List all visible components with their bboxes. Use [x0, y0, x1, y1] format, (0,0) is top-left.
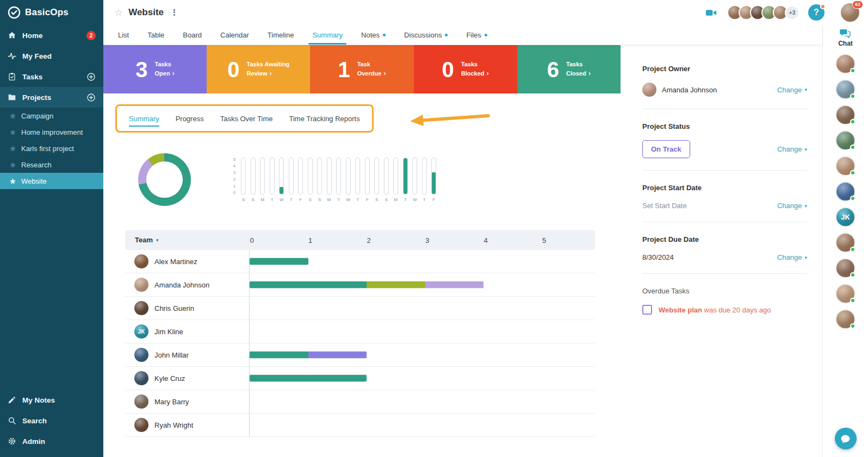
help-button[interactable]: ? — [808, 4, 824, 21]
sidebar-item-label: My Feed — [22, 52, 52, 60]
project-status-section: Project Status On Track Change ▾ — [642, 122, 807, 171]
tasks-icon — [8, 72, 16, 81]
tab-timeline[interactable]: Timeline — [258, 25, 303, 45]
day-label: S — [251, 197, 254, 202]
sidebar-item-projects[interactable]: Projects — [0, 87, 103, 108]
video-call-icon[interactable] — [705, 7, 717, 19]
day-label: S — [375, 197, 378, 202]
chat-contact[interactable] — [835, 54, 855, 74]
chevron-right-icon: › — [270, 69, 272, 77]
subtab-summary[interactable]: Summary — [129, 111, 159, 126]
chat-contact[interactable] — [835, 130, 855, 151]
bar-column: T — [267, 158, 277, 202]
chat-contact[interactable] — [835, 284, 855, 304]
sidebar-project-karls-first-project[interactable]: Karls first project — [0, 140, 103, 156]
sidebar-item-search[interactable]: Search — [0, 410, 103, 431]
team-row-ryah-wright[interactable]: Ryah Wright — [125, 414, 595, 437]
tab-table[interactable]: Table — [138, 25, 173, 45]
team-row-kyle-cruz[interactable]: Kyle Cruz — [125, 367, 595, 390]
team-row-john-millar[interactable]: John Millar — [125, 343, 595, 367]
sidebar-item-label: My Notes — [22, 396, 55, 404]
team-header-label: Team — [135, 236, 153, 244]
change-due-date-button[interactable]: Change ▾ — [777, 253, 807, 261]
stat-value: 0 — [442, 59, 454, 80]
stat-tasks-open[interactable]: 3TasksOpen› — [103, 45, 207, 93]
change-owner-button[interactable]: Change ▾ — [777, 86, 807, 94]
project-label: Home improvement — [21, 128, 83, 136]
overdue-task-checkbox[interactable] — [642, 305, 652, 315]
chat-contact[interactable] — [835, 79, 855, 99]
subtab-tasks-over-time[interactable]: Tasks Over Time — [220, 111, 273, 126]
tab-label: Calendar — [220, 31, 249, 39]
favorite-star-icon[interactable]: ☆ — [114, 7, 123, 18]
project-label: Website — [21, 177, 47, 185]
chat-contact[interactable] — [835, 181, 855, 202]
more-members-chip[interactable]: +3 — [785, 5, 799, 20]
change-status-button[interactable]: Change ▾ — [777, 145, 807, 153]
tab-discussions[interactable]: Discussions — [395, 25, 457, 45]
change-start-date-button[interactable]: Change ▾ — [777, 202, 807, 210]
y-tick-label: 0 — [233, 191, 235, 195]
chat-contact[interactable] — [835, 156, 855, 176]
stat-tasks-blocked[interactable]: 0TasksBlocked› — [414, 45, 517, 93]
topbar: ☆ Website ⋮ +3 ? 63 — [103, 0, 868, 25]
task-bar-segment — [367, 281, 425, 289]
status-chip[interactable]: On Track — [642, 140, 690, 158]
task-bar-segment — [250, 375, 367, 382]
chat-contact[interactable] — [835, 233, 855, 253]
team-row-mary-barry[interactable]: Mary Barry — [125, 390, 595, 414]
chat-contact-list: JK — [835, 54, 855, 329]
page-title: Website — [128, 7, 164, 18]
star-icon — [9, 129, 16, 136]
team-row-alex-martinez[interactable]: Alex Martinez — [125, 250, 595, 273]
sidebar-item-my-notes[interactable]: My Notes — [0, 390, 103, 410]
sidebar-project-research[interactable]: Research — [0, 156, 103, 173]
tab-label: Files — [466, 31, 481, 39]
unread-dot — [485, 34, 487, 36]
sidebar-item-tasks[interactable]: Tasks — [0, 66, 103, 87]
sidebar-project-home-improvement[interactable]: Home improvement — [0, 124, 103, 140]
chat-contact[interactable]: JK — [835, 207, 855, 227]
tab-label: Summary — [312, 31, 343, 39]
team-row-amanda-johnson[interactable]: Amanda Johnson — [125, 273, 595, 297]
tab-board[interactable]: Board — [173, 25, 211, 45]
start-date-value[interactable]: Set Start Date — [642, 202, 687, 210]
chat-contact[interactable] — [835, 258, 855, 278]
sidebar-project-website[interactable]: Website — [0, 173, 103, 189]
chat-contact[interactable] — [835, 105, 855, 125]
basicops-logo[interactable]: BasicOps — [0, 0, 103, 25]
stat-tasks-awaiting-review[interactable]: 0Tasks AwaitingReview› — [207, 45, 310, 93]
subtab-time-tracking-reports[interactable]: Time Tracking Reports — [289, 111, 359, 126]
chat-fab-button[interactable] — [835, 428, 857, 449]
team-row-jim-kline[interactable]: JKJim Kline — [125, 320, 595, 343]
kebab-menu-icon[interactable]: ⋮ — [170, 8, 178, 17]
stat-value: 3 — [135, 59, 147, 80]
task-bar-segment — [250, 258, 308, 265]
bar — [412, 158, 417, 195]
stat-tasks-closed[interactable]: 6TasksClosed› — [517, 45, 621, 93]
bar-column: W — [410, 158, 420, 202]
profile-avatar-button[interactable]: 63 — [841, 3, 859, 22]
tab-files[interactable]: Files — [457, 25, 496, 45]
team-row-chris-guerin[interactable]: Chris Guerin — [125, 297, 595, 320]
stat-task-overdue[interactable]: 1TaskOverdue› — [310, 45, 413, 93]
tab-calendar[interactable]: Calendar — [211, 25, 258, 45]
chat-header[interactable]: Chat — [838, 28, 853, 47]
sidebar-project-campaign[interactable]: Campaign — [0, 108, 103, 124]
bar — [403, 158, 408, 195]
overdue-task-text[interactable]: Website plan was due 20 days ago — [659, 306, 771, 314]
due-date-value[interactable]: 8/30/2024 — [642, 253, 674, 261]
tab-list[interactable]: List — [109, 25, 138, 45]
unread-dot — [383, 34, 386, 36]
subtab-progress[interactable]: Progress — [176, 111, 204, 126]
sidebar-item-my-feed[interactable]: My Feed — [0, 46, 103, 66]
team-column-header[interactable]: Team ▾ — [125, 236, 159, 244]
stat-label-line1: Task — [357, 60, 386, 68]
tab-summary[interactable]: Summary — [303, 25, 352, 45]
sidebar-item-admin[interactable]: Admin — [0, 431, 103, 452]
tab-notes[interactable]: Notes — [352, 25, 395, 45]
chevron-down-icon: ▾ — [156, 237, 159, 243]
stat-label: Tasks AwaitingReview› — [247, 60, 290, 78]
chat-contact[interactable] — [835, 309, 855, 329]
sidebar-item-home[interactable]: Home2 — [0, 25, 103, 46]
